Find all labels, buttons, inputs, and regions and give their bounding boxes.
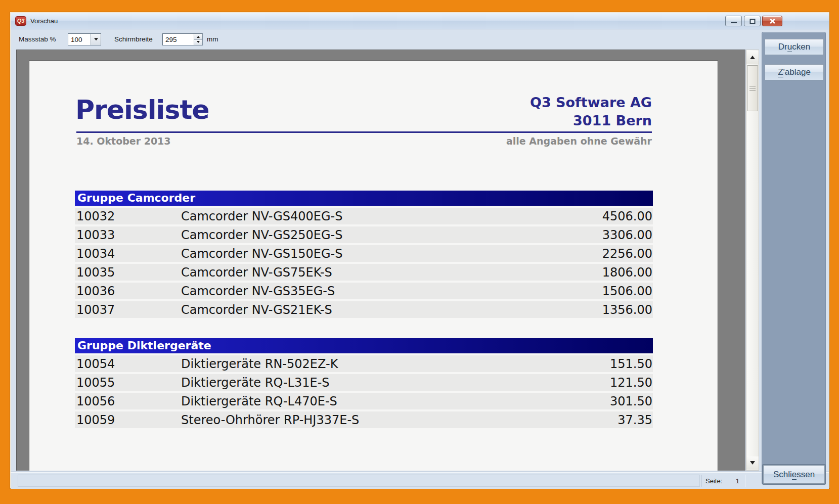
article-description: Stereo-Ohrhörer RP-HJ337E-S [181, 413, 542, 427]
article-description: Camcorder NV-GS75EK-S [181, 265, 542, 280]
clipboard-button[interactable]: Z'ablage [765, 64, 824, 80]
minimize-button[interactable] [725, 16, 742, 26]
document-title: Preisliste [75, 95, 209, 125]
status-page-panel: Seite: 1 [701, 475, 745, 487]
scroll-up-button[interactable] [746, 51, 759, 64]
company-address: Q3 Software AG 3011 Bern [530, 94, 652, 130]
article-price: 301.50 [542, 394, 653, 408]
article-number: 10035 [75, 265, 181, 280]
group-rows: 10054 Diktiergeräte RN-502EZ-K 151.50 10… [75, 355, 653, 428]
chevron-down-icon [94, 38, 98, 42]
toolbar: Massstab % Schirmbreite mm [11, 29, 749, 49]
preview-area: Preisliste Q3 Software AG 3011 Bern 14. … [16, 50, 745, 471]
article-price: 4506.00 [542, 209, 653, 223]
table-row: 10035 Camcorder NV-GS75EK-S 1806.00 [75, 264, 653, 281]
article-description: Camcorder NV-GS21EK-S [181, 303, 542, 317]
article-number: 10034 [75, 247, 181, 261]
article-price: 151.50 [542, 357, 653, 371]
statusbar: Seite: 1 [11, 472, 829, 489]
width-spinbox[interactable] [162, 33, 203, 45]
close-preview-button[interactable]: Schliessen [763, 465, 825, 484]
header-rule [76, 131, 652, 133]
scale-dropdown-button[interactable] [91, 34, 101, 45]
print-button[interactable]: Drucken [765, 39, 824, 55]
company-name: Q3 Software AG [530, 94, 652, 112]
close-icon [769, 18, 776, 25]
article-price: 37.35 [542, 413, 653, 427]
article-number: 10056 [75, 394, 181, 408]
article-number: 10055 [75, 376, 181, 390]
arrow-up-icon [197, 34, 200, 38]
table-row: 10037 Camcorder NV-GS21EK-S 1356.00 [75, 301, 653, 318]
table-row: 10056 Diktiergeräte RQ-L470E-S 301.50 [75, 393, 653, 409]
spin-up-button[interactable] [194, 34, 202, 39]
group-header: Gruppe Camcorder [75, 191, 653, 206]
article-price: 1356.00 [542, 303, 653, 317]
scale-combobox[interactable] [68, 33, 101, 45]
group-rows: 10032 Camcorder NV-GS400EG-S 4506.00 100… [75, 208, 653, 318]
price-table: Gruppe Camcorder 10032 Camcorder NV-GS40… [75, 191, 653, 428]
titlebar[interactable]: Q3 Vorschau [11, 13, 829, 29]
preview-window: Q3 Vorschau Massstab % Schirmbreite [10, 12, 829, 488]
table-row: 10054 Diktiergeräte RN-502EZ-K 151.50 [75, 355, 653, 372]
article-number: 10059 [75, 413, 181, 427]
vertical-scrollbar[interactable] [746, 50, 759, 471]
article-number: 10037 [75, 303, 181, 317]
price-group: Gruppe Camcorder 10032 Camcorder NV-GS40… [75, 191, 653, 318]
scrollbar-thumb[interactable] [747, 65, 758, 111]
article-description: Camcorder NV-GS400EG-S [181, 209, 542, 223]
unit-label: mm [207, 29, 218, 49]
article-price: 1506.00 [542, 284, 653, 298]
scale-label: Massstab % [19, 29, 56, 49]
spin-down-button[interactable] [194, 39, 202, 45]
action-panel: Drucken Z'ablage Schliessen [762, 32, 826, 484]
arrow-down-icon [750, 461, 755, 467]
maximize-button[interactable] [744, 16, 761, 26]
page-number: 1 [736, 477, 739, 485]
group-header: Gruppe Diktiergeräte [75, 338, 653, 353]
maximize-icon [749, 19, 755, 24]
scroll-down-button[interactable] [746, 456, 759, 470]
article-price: 2256.00 [542, 247, 653, 261]
minimize-icon [731, 22, 737, 23]
article-number: 10054 [75, 357, 181, 371]
disclaimer-text: alle Angaben ohne Gewähr [506, 135, 652, 147]
article-price: 3306.00 [542, 228, 653, 242]
scale-input[interactable] [68, 34, 91, 45]
arrow-up-icon [750, 53, 755, 59]
article-description: Camcorder NV-GS250EG-S [181, 228, 542, 242]
article-description: Diktiergeräte RQ-L31E-S [181, 376, 542, 390]
article-description: Camcorder NV-GS150EG-S [181, 247, 542, 261]
document-page: Preisliste Q3 Software AG 3011 Bern 14. … [29, 61, 718, 471]
table-row: 10033 Camcorder NV-GS250EG-S 3306.00 [75, 226, 653, 243]
article-number: 10036 [75, 284, 181, 298]
grip-icon [749, 86, 756, 91]
table-row: 10055 Diktiergeräte RQ-L31E-S 121.50 [75, 374, 653, 391]
document-date: 14. Oktober 2013 [76, 135, 171, 147]
width-input[interactable] [163, 34, 194, 45]
company-city: 3011 Bern [530, 112, 652, 130]
article-number: 10033 [75, 228, 181, 242]
page-label: Seite: [705, 477, 722, 485]
price-group: Gruppe Diktiergeräte 10054 Diktiergeräte… [75, 338, 653, 428]
arrow-down-icon [197, 41, 200, 44]
article-description: Diktiergeräte RN-502EZ-K [181, 357, 542, 371]
article-price: 121.50 [542, 376, 653, 390]
table-row: 10059 Stereo-Ohrhörer RP-HJ337E-S 37.35 [75, 411, 653, 428]
status-message-panel [18, 475, 700, 487]
table-row: 10036 Camcorder NV-GS35EG-S 1506.00 [75, 283, 653, 299]
article-price: 1806.00 [542, 265, 653, 280]
app-icon: Q3 [15, 16, 26, 26]
article-number: 10032 [75, 209, 181, 223]
table-row: 10034 Camcorder NV-GS150EG-S 2256.00 [75, 245, 653, 262]
close-button[interactable] [762, 16, 782, 26]
article-description: Diktiergeräte RQ-L470E-S [181, 394, 542, 408]
screenshot-root: { "window": { "title": "Vorschau", "icon… [0, 0, 839, 504]
article-description: Camcorder NV-GS35EG-S [181, 284, 542, 298]
window-title: Vorschau [30, 17, 58, 25]
table-row: 10032 Camcorder NV-GS400EG-S 4506.00 [75, 208, 653, 224]
width-label: Schirmbreite [114, 29, 153, 49]
